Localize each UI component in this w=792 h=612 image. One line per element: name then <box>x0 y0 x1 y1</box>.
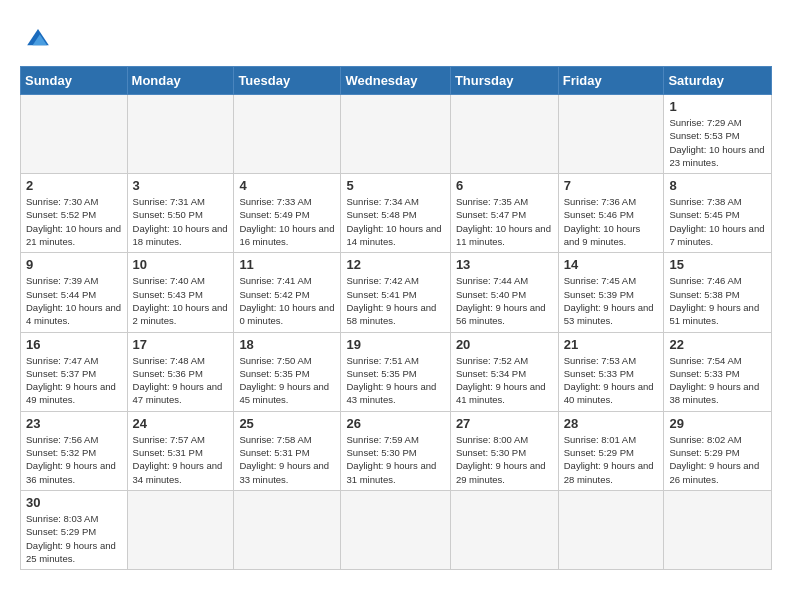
calendar-cell: 13Sunrise: 7:44 AM Sunset: 5:40 PM Dayli… <box>450 253 558 332</box>
day-number: 23 <box>26 416 122 431</box>
day-info: Sunrise: 7:50 AM Sunset: 5:35 PM Dayligh… <box>239 354 335 407</box>
calendar-cell: 2Sunrise: 7:30 AM Sunset: 5:52 PM Daylig… <box>21 174 128 253</box>
calendar-cell <box>664 490 772 569</box>
day-info: Sunrise: 7:51 AM Sunset: 5:35 PM Dayligh… <box>346 354 444 407</box>
day-info: Sunrise: 7:40 AM Sunset: 5:43 PM Dayligh… <box>133 274 229 327</box>
day-number: 3 <box>133 178 229 193</box>
calendar-cell: 29Sunrise: 8:02 AM Sunset: 5:29 PM Dayli… <box>664 411 772 490</box>
logo <box>20 20 60 56</box>
weekday-header-monday: Monday <box>127 67 234 95</box>
calendar-header-row: SundayMondayTuesdayWednesdayThursdayFrid… <box>21 67 772 95</box>
calendar-cell: 19Sunrise: 7:51 AM Sunset: 5:35 PM Dayli… <box>341 332 450 411</box>
calendar-cell: 15Sunrise: 7:46 AM Sunset: 5:38 PM Dayli… <box>664 253 772 332</box>
calendar-cell <box>127 490 234 569</box>
day-info: Sunrise: 8:00 AM Sunset: 5:30 PM Dayligh… <box>456 433 553 486</box>
day-number: 18 <box>239 337 335 352</box>
day-number: 28 <box>564 416 659 431</box>
day-info: Sunrise: 7:58 AM Sunset: 5:31 PM Dayligh… <box>239 433 335 486</box>
weekday-header-thursday: Thursday <box>450 67 558 95</box>
day-number: 2 <box>26 178 122 193</box>
day-info: Sunrise: 7:38 AM Sunset: 5:45 PM Dayligh… <box>669 195 766 248</box>
calendar-cell <box>341 95 450 174</box>
calendar-cell: 25Sunrise: 7:58 AM Sunset: 5:31 PM Dayli… <box>234 411 341 490</box>
calendar-cell: 16Sunrise: 7:47 AM Sunset: 5:37 PM Dayli… <box>21 332 128 411</box>
day-number: 25 <box>239 416 335 431</box>
day-number: 14 <box>564 257 659 272</box>
day-number: 12 <box>346 257 444 272</box>
day-number: 5 <box>346 178 444 193</box>
day-info: Sunrise: 7:45 AM Sunset: 5:39 PM Dayligh… <box>564 274 659 327</box>
day-number: 1 <box>669 99 766 114</box>
calendar-table: SundayMondayTuesdayWednesdayThursdayFrid… <box>20 66 772 570</box>
day-number: 22 <box>669 337 766 352</box>
calendar-cell <box>450 95 558 174</box>
day-number: 15 <box>669 257 766 272</box>
calendar-cell <box>234 490 341 569</box>
calendar-week-row: 16Sunrise: 7:47 AM Sunset: 5:37 PM Dayli… <box>21 332 772 411</box>
calendar-cell: 1Sunrise: 7:29 AM Sunset: 5:53 PM Daylig… <box>664 95 772 174</box>
calendar-cell: 18Sunrise: 7:50 AM Sunset: 5:35 PM Dayli… <box>234 332 341 411</box>
calendar-cell: 27Sunrise: 8:00 AM Sunset: 5:30 PM Dayli… <box>450 411 558 490</box>
day-info: Sunrise: 7:39 AM Sunset: 5:44 PM Dayligh… <box>26 274 122 327</box>
calendar-cell: 30Sunrise: 8:03 AM Sunset: 5:29 PM Dayli… <box>21 490 128 569</box>
calendar-cell: 20Sunrise: 7:52 AM Sunset: 5:34 PM Dayli… <box>450 332 558 411</box>
day-number: 20 <box>456 337 553 352</box>
day-number: 30 <box>26 495 122 510</box>
calendar-cell: 14Sunrise: 7:45 AM Sunset: 5:39 PM Dayli… <box>558 253 664 332</box>
day-info: Sunrise: 7:30 AM Sunset: 5:52 PM Dayligh… <box>26 195 122 248</box>
calendar-cell: 10Sunrise: 7:40 AM Sunset: 5:43 PM Dayli… <box>127 253 234 332</box>
weekday-header-sunday: Sunday <box>21 67 128 95</box>
calendar-cell <box>450 490 558 569</box>
calendar-cell: 21Sunrise: 7:53 AM Sunset: 5:33 PM Dayli… <box>558 332 664 411</box>
day-info: Sunrise: 7:33 AM Sunset: 5:49 PM Dayligh… <box>239 195 335 248</box>
day-number: 10 <box>133 257 229 272</box>
day-number: 16 <box>26 337 122 352</box>
calendar-week-row: 23Sunrise: 7:56 AM Sunset: 5:32 PM Dayli… <box>21 411 772 490</box>
day-number: 8 <box>669 178 766 193</box>
day-info: Sunrise: 7:42 AM Sunset: 5:41 PM Dayligh… <box>346 274 444 327</box>
day-info: Sunrise: 7:47 AM Sunset: 5:37 PM Dayligh… <box>26 354 122 407</box>
calendar-cell: 8Sunrise: 7:38 AM Sunset: 5:45 PM Daylig… <box>664 174 772 253</box>
calendar-cell: 26Sunrise: 7:59 AM Sunset: 5:30 PM Dayli… <box>341 411 450 490</box>
calendar-cell: 3Sunrise: 7:31 AM Sunset: 5:50 PM Daylig… <box>127 174 234 253</box>
calendar-cell: 9Sunrise: 7:39 AM Sunset: 5:44 PM Daylig… <box>21 253 128 332</box>
day-number: 9 <box>26 257 122 272</box>
day-number: 17 <box>133 337 229 352</box>
calendar-week-row: 9Sunrise: 7:39 AM Sunset: 5:44 PM Daylig… <box>21 253 772 332</box>
day-info: Sunrise: 7:57 AM Sunset: 5:31 PM Dayligh… <box>133 433 229 486</box>
day-info: Sunrise: 8:02 AM Sunset: 5:29 PM Dayligh… <box>669 433 766 486</box>
day-number: 29 <box>669 416 766 431</box>
day-number: 24 <box>133 416 229 431</box>
day-info: Sunrise: 7:36 AM Sunset: 5:46 PM Dayligh… <box>564 195 659 248</box>
calendar-cell: 17Sunrise: 7:48 AM Sunset: 5:36 PM Dayli… <box>127 332 234 411</box>
calendar-cell: 22Sunrise: 7:54 AM Sunset: 5:33 PM Dayli… <box>664 332 772 411</box>
calendar-cell: 6Sunrise: 7:35 AM Sunset: 5:47 PM Daylig… <box>450 174 558 253</box>
day-info: Sunrise: 8:03 AM Sunset: 5:29 PM Dayligh… <box>26 512 122 565</box>
day-info: Sunrise: 7:44 AM Sunset: 5:40 PM Dayligh… <box>456 274 553 327</box>
calendar-cell: 24Sunrise: 7:57 AM Sunset: 5:31 PM Dayli… <box>127 411 234 490</box>
day-info: Sunrise: 7:53 AM Sunset: 5:33 PM Dayligh… <box>564 354 659 407</box>
calendar-cell <box>558 490 664 569</box>
day-info: Sunrise: 7:34 AM Sunset: 5:48 PM Dayligh… <box>346 195 444 248</box>
day-number: 11 <box>239 257 335 272</box>
calendar-cell <box>234 95 341 174</box>
calendar-week-row: 1Sunrise: 7:29 AM Sunset: 5:53 PM Daylig… <box>21 95 772 174</box>
day-info: Sunrise: 7:31 AM Sunset: 5:50 PM Dayligh… <box>133 195 229 248</box>
calendar-week-row: 30Sunrise: 8:03 AM Sunset: 5:29 PM Dayli… <box>21 490 772 569</box>
weekday-header-tuesday: Tuesday <box>234 67 341 95</box>
day-info: Sunrise: 7:46 AM Sunset: 5:38 PM Dayligh… <box>669 274 766 327</box>
day-info: Sunrise: 7:48 AM Sunset: 5:36 PM Dayligh… <box>133 354 229 407</box>
day-number: 21 <box>564 337 659 352</box>
day-info: Sunrise: 7:41 AM Sunset: 5:42 PM Dayligh… <box>239 274 335 327</box>
day-info: Sunrise: 8:01 AM Sunset: 5:29 PM Dayligh… <box>564 433 659 486</box>
calendar-week-row: 2Sunrise: 7:30 AM Sunset: 5:52 PM Daylig… <box>21 174 772 253</box>
calendar-cell <box>127 95 234 174</box>
day-number: 13 <box>456 257 553 272</box>
day-info: Sunrise: 7:56 AM Sunset: 5:32 PM Dayligh… <box>26 433 122 486</box>
calendar-cell: 28Sunrise: 8:01 AM Sunset: 5:29 PM Dayli… <box>558 411 664 490</box>
day-number: 4 <box>239 178 335 193</box>
day-number: 27 <box>456 416 553 431</box>
weekday-header-saturday: Saturday <box>664 67 772 95</box>
day-number: 26 <box>346 416 444 431</box>
day-info: Sunrise: 7:54 AM Sunset: 5:33 PM Dayligh… <box>669 354 766 407</box>
